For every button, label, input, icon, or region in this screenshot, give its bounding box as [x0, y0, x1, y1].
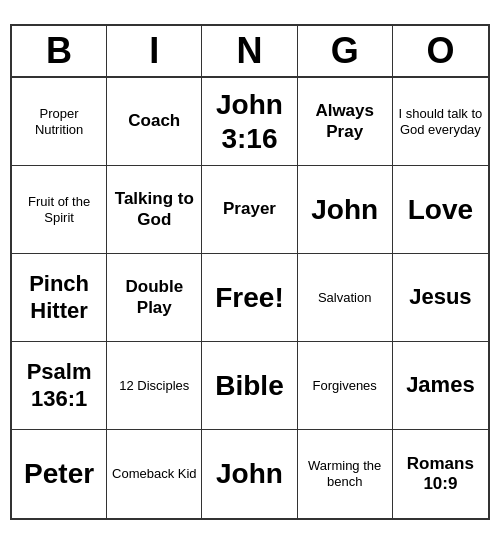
cell-text-10: Pinch Hitter: [16, 271, 102, 324]
bingo-cell-2: John 3:16: [202, 78, 297, 166]
cell-text-1: Coach: [128, 111, 180, 131]
cell-text-23: Warming the bench: [302, 458, 388, 489]
cell-text-3: Always Pray: [302, 101, 388, 142]
cell-text-8: John: [311, 193, 378, 227]
bingo-cell-9: Love: [393, 166, 488, 254]
cell-text-16: 12 Disciples: [119, 378, 189, 394]
bingo-cell-21: Comeback Kid: [107, 430, 202, 518]
header-letter-b: B: [12, 26, 107, 76]
bingo-cell-8: John: [298, 166, 393, 254]
cell-text-5: Fruit of the Spirit: [16, 194, 102, 225]
cell-text-12: Free!: [215, 281, 283, 315]
bingo-cell-6: Talking to God: [107, 166, 202, 254]
cell-text-20: Peter: [24, 457, 94, 491]
bingo-cell-24: Romans 10:9: [393, 430, 488, 518]
bingo-grid: Proper NutritionCoachJohn 3:16Always Pra…: [12, 78, 488, 518]
bingo-cell-15: Psalm 136:1: [12, 342, 107, 430]
cell-text-24: Romans 10:9: [397, 454, 484, 495]
header-letter-i: I: [107, 26, 202, 76]
bingo-cell-10: Pinch Hitter: [12, 254, 107, 342]
cell-text-14: Jesus: [409, 284, 471, 310]
cell-text-17: Bible: [215, 369, 283, 403]
cell-text-19: James: [406, 372, 475, 398]
cell-text-11: Double Play: [111, 277, 197, 318]
bingo-cell-22: John: [202, 430, 297, 518]
cell-text-21: Comeback Kid: [112, 466, 197, 482]
cell-text-4: I should talk to God everyday: [397, 106, 484, 137]
bingo-cell-13: Salvation: [298, 254, 393, 342]
bingo-cell-19: James: [393, 342, 488, 430]
bingo-cell-23: Warming the bench: [298, 430, 393, 518]
cell-text-2: John 3:16: [206, 88, 292, 155]
header-letter-g: G: [298, 26, 393, 76]
bingo-cell-20: Peter: [12, 430, 107, 518]
cell-text-0: Proper Nutrition: [16, 106, 102, 137]
cell-text-18: Forgivenes: [313, 378, 377, 394]
bingo-cell-11: Double Play: [107, 254, 202, 342]
header-letter-o: O: [393, 26, 488, 76]
bingo-cell-3: Always Pray: [298, 78, 393, 166]
bingo-cell-16: 12 Disciples: [107, 342, 202, 430]
bingo-cell-14: Jesus: [393, 254, 488, 342]
bingo-cell-7: Prayer: [202, 166, 297, 254]
cell-text-13: Salvation: [318, 290, 371, 306]
cell-text-7: Prayer: [223, 199, 276, 219]
bingo-cell-12: Free!: [202, 254, 297, 342]
bingo-cell-5: Fruit of the Spirit: [12, 166, 107, 254]
bingo-cell-17: Bible: [202, 342, 297, 430]
bingo-cell-1: Coach: [107, 78, 202, 166]
cell-text-15: Psalm 136:1: [16, 359, 102, 412]
cell-text-22: John: [216, 457, 283, 491]
cell-text-6: Talking to God: [111, 189, 197, 230]
cell-text-9: Love: [408, 193, 473, 227]
bingo-cell-18: Forgivenes: [298, 342, 393, 430]
bingo-card: BINGO Proper NutritionCoachJohn 3:16Alwa…: [10, 24, 490, 520]
bingo-cell-4: I should talk to God everyday: [393, 78, 488, 166]
bingo-header: BINGO: [12, 26, 488, 78]
header-letter-n: N: [202, 26, 297, 76]
bingo-cell-0: Proper Nutrition: [12, 78, 107, 166]
